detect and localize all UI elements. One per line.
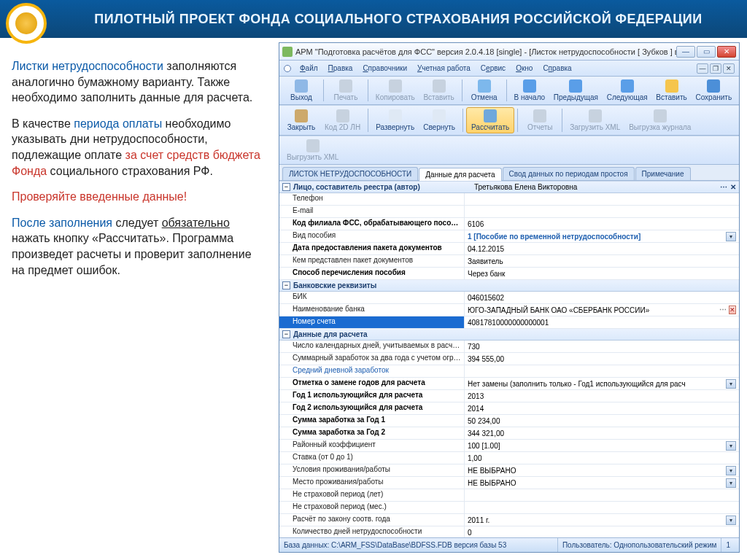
- lbl-type: Вид пособия: [279, 230, 465, 242]
- tb-exportxml[interactable]: Выгрузить XML: [282, 138, 343, 163]
- menu-work[interactable]: Учетная работа: [413, 63, 475, 74]
- tb-insert[interactable]: Вставить: [651, 78, 691, 103]
- val-date[interactable]: 04.12.2015: [465, 243, 739, 254]
- val-code[interactable]: 6106: [465, 218, 739, 230]
- val-avg[interactable]: [465, 365, 739, 377]
- tb-exit[interactable]: Выход: [282, 78, 320, 103]
- mdi-restore[interactable]: ❐: [710, 63, 721, 74]
- val-sum2[interactable]: 394 555,00: [465, 353, 739, 365]
- author-value[interactable]: Третьякова Елена Викторовна: [474, 183, 717, 191]
- menu-refs[interactable]: Справочники: [358, 63, 411, 74]
- window-title: АРМ "Подготовка расчётов для ФСС" версия…: [295, 47, 676, 56]
- tb-collapse[interactable]: Свернуть: [419, 107, 460, 133]
- tb-reports[interactable]: Отчеты: [521, 107, 559, 133]
- dropdown-icon[interactable]: ▾: [726, 466, 736, 475]
- val-account[interactable]: 40817810000000000001: [465, 316, 739, 328]
- tb-print[interactable]: Печать: [327, 78, 365, 103]
- val-who[interactable]: Заявитель: [465, 255, 739, 267]
- explanation-text: Листки нетрудоспособности заполняются ан…: [12, 58, 267, 288]
- tab-summary[interactable]: Свод данных по периодам простоя: [503, 167, 635, 180]
- status-user: Пользователь: Однопользовательский режим: [557, 538, 721, 552]
- minimize-button[interactable]: —: [676, 46, 695, 58]
- menu-service[interactable]: Сервис: [476, 63, 510, 74]
- collapse-icon[interactable]: −: [282, 330, 290, 338]
- tb-paste[interactable]: Вставить: [419, 78, 459, 103]
- val-cond[interactable]: НЕ ВЫБРАНО▾: [465, 464, 739, 476]
- clear-author[interactable]: ✕: [730, 183, 736, 191]
- tab-note[interactable]: Примечание: [635, 167, 691, 180]
- menu-file[interactable]: Файл: [295, 63, 322, 74]
- tb-save[interactable]: Сохранить: [692, 78, 736, 103]
- val-y2[interactable]: 2014: [465, 402, 739, 414]
- tb-first[interactable]: В начало: [510, 78, 549, 103]
- tab-sheet[interactable]: ЛИСТОК НЕТРУДОСПОСОБНОСТИ: [282, 167, 418, 180]
- maximize-button[interactable]: ▭: [697, 46, 716, 58]
- lbl-mark: Отметка о замене годов для расчета: [279, 378, 465, 389]
- lbl-s1: Сумма заработка за Год 1: [279, 415, 465, 427]
- lbl-avg: Средний дневной заработок: [279, 365, 465, 377]
- val-law[interactable]: 2011 г.▾: [465, 514, 739, 526]
- val-rate[interactable]: 1,00: [465, 452, 739, 464]
- tb-copy[interactable]: Копировать: [371, 78, 419, 103]
- val-npm[interactable]: [465, 502, 739, 513]
- close-button[interactable]: ✕: [717, 46, 736, 58]
- slide-title: ПИЛОТНЫЙ ПРОЕКТ ФОНДА СОЦИАЛЬНОГО СТРАХО…: [55, 12, 741, 27]
- pick-author[interactable]: ⋯: [720, 183, 727, 191]
- val-s1[interactable]: 50 234,00: [465, 415, 739, 427]
- val-phone[interactable]: [465, 193, 739, 205]
- toolbar-row-1: Выход Печать Копировать Вставить Отмена …: [279, 77, 739, 105]
- tab-calc-data[interactable]: Данные для расчета: [419, 168, 501, 181]
- tb-next[interactable]: Следующая: [603, 78, 652, 103]
- warning-text: Проверяйте введенные данные!: [12, 189, 267, 205]
- val-dn[interactable]: 0: [465, 526, 739, 537]
- val-s2[interactable]: 344 321,00: [465, 427, 739, 439]
- mdi-minimize[interactable]: —: [697, 63, 708, 74]
- dropdown-icon[interactable]: ▾: [726, 441, 736, 451]
- section-bank[interactable]: −Банковские реквизиты: [279, 280, 739, 292]
- collapse-icon[interactable]: −: [282, 281, 290, 289]
- collapse-icon[interactable]: −: [282, 183, 290, 191]
- val-type[interactable]: 1 [Пособие по временной нетрудоспособнос…: [465, 230, 739, 242]
- val-paymode[interactable]: Через банк: [465, 268, 739, 279]
- menu-edit[interactable]: Правка: [324, 63, 357, 74]
- tb-undo[interactable]: Отмена: [465, 78, 503, 103]
- tb-close[interactable]: Закрыть: [282, 107, 320, 133]
- section-calc[interactable]: −Данные для расчета: [279, 329, 739, 341]
- lbl-npm: Не страховой период (мес.): [279, 502, 465, 513]
- tb-prev[interactable]: Предыдущая: [549, 78, 603, 103]
- dropdown-icon[interactable]: ▾: [726, 379, 736, 389]
- tabs-bar: ЛИСТОК НЕТРУДОСПОСОБНОСТИ Данные для рас…: [279, 165, 739, 181]
- app-window: АРМ "Подготовка расчётов для ФСС" версия…: [279, 42, 740, 553]
- pick-bank[interactable]: ⋯: [719, 306, 727, 314]
- slide-header: ПИЛОТНЫЙ ПРОЕКТ ФОНДА СОЦИАЛЬНОГО СТРАХО…: [0, 0, 747, 38]
- val-days[interactable]: 730: [465, 341, 739, 352]
- val-bankname[interactable]: ЮГО-ЗАПАДНЫЙ БАНК ОАО «СБЕРБАНК РОССИИ»⋯…: [465, 304, 739, 316]
- tb-expand[interactable]: Развернуть: [371, 107, 419, 133]
- tb-code2d[interactable]: Код 2D ЛН: [320, 107, 365, 133]
- dropdown-icon[interactable]: ▾: [726, 516, 736, 525]
- clear-bank[interactable]: ✕: [729, 306, 736, 314]
- txt: Листки нетрудоспособности: [12, 60, 163, 72]
- window-title-bar: АРМ "Подготовка расчётов для ФСС" версия…: [279, 43, 739, 61]
- lbl-npy: Не страховой период (лет): [279, 489, 465, 501]
- lbl-phone: Телефон: [279, 193, 465, 205]
- val-bik[interactable]: 046015602: [465, 292, 739, 303]
- lbl-email: E-mail: [279, 206, 465, 217]
- tb-loadxml[interactable]: Загрузить XML: [565, 107, 624, 133]
- val-rk[interactable]: 100 [1.00]▾: [465, 440, 739, 451]
- dropdown-icon[interactable]: ▾: [726, 232, 736, 241]
- fss-logo: [6, 3, 47, 44]
- status-page: 1: [721, 538, 735, 552]
- menu-window[interactable]: Окно: [511, 63, 537, 74]
- val-email[interactable]: [465, 206, 739, 217]
- val-mark[interactable]: Нет замены (заполнить только - Год1 испо…: [465, 378, 739, 389]
- mdi-close[interactable]: ✕: [723, 63, 735, 74]
- section-author[interactable]: − Лицо, составитель реестра (автор) Трет…: [279, 182, 739, 193]
- val-place[interactable]: НЕ ВЫБРАНО▾: [465, 477, 739, 489]
- val-npy[interactable]: [465, 489, 739, 501]
- val-y1[interactable]: 2013: [465, 390, 739, 402]
- dropdown-icon[interactable]: ▾: [726, 478, 736, 488]
- tb-calc[interactable]: Рассчитать: [466, 107, 514, 133]
- menu-help[interactable]: Справка: [538, 63, 576, 74]
- tb-exportlog[interactable]: Выгрузка журнала: [624, 107, 695, 133]
